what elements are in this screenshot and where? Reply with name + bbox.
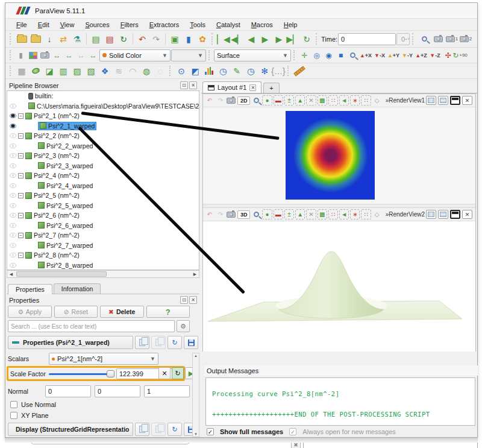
select-frustum-button[interactable]: ▲ [295,95,305,106]
visibility-eye-icon[interactable] [10,233,16,238]
visibility-eye-icon[interactable] [10,203,16,208]
select-frustum-button[interactable]: ▲ [295,209,305,219]
pipeline-item-psi5[interactable]: − Psi^2_5 (nm^-2) [7,191,199,201]
menu-file[interactable]: File [11,20,32,30]
select-cells-polygon-button[interactable]: ∷ [328,209,338,219]
camera-2-button[interactable]: 2 [459,33,472,46]
copy-display-button[interactable] [135,423,149,436]
collapse-expander-icon[interactable]: − [18,253,23,258]
pipeline-item-psi4[interactable]: − Psi^2_4 (nm^-2) [7,171,199,181]
dock-close-button[interactable]: ✕ [189,296,197,304]
dock-close-button[interactable]: ✕ [189,81,197,89]
screenshot-button[interactable] [39,49,51,61]
vcr-previous-frame-button[interactable]: ◀▏ [231,33,244,46]
clip-filter-button[interactable]: ◪ [43,65,56,78]
scroll-left-icon[interactable]: ◀ [7,272,15,277]
vcr-loop-button[interactable]: ↻ [300,33,313,46]
pipeline-item-psi8[interactable]: − Psi^2_8 (nm^-2) [7,250,199,260]
zoom-closest-to-data-button[interactable]: ■ [335,49,346,61]
visibility-eye-icon[interactable] [10,113,16,118]
camera-redo-button[interactable]: ↷ [216,95,225,106]
delete-button[interactable]: ✖ Delete [100,306,144,318]
time-input[interactable]: 0 [338,33,396,45]
view-plus-z-button[interactable]: ▲+Z [415,49,428,62]
auto-apply-button[interactable]: ▮ [182,33,195,46]
zoom-to-box-button[interactable] [251,209,261,219]
scroll-right-icon[interactable]: ▶ [191,272,199,277]
pipeline-item-file[interactable]: C:\Users\maria.figueira\Desktop\ParaView… [7,101,199,112]
plot-over-time-button[interactable]: ◷ [216,65,230,78]
visibility-eye-icon[interactable] [10,243,16,248]
maximize-view-button[interactable] [450,96,460,105]
select-points-polygon-button[interactable]: ◄ [339,95,349,106]
undo-button[interactable]: ↶ [136,33,149,46]
extract-block-button[interactable]: ◌ [154,65,167,78]
pipeline-item-psi3-warped[interactable]: Psi^2_3_warped [7,161,199,171]
reload-files-button[interactable]: ↻ [117,33,130,46]
slider-handle[interactable] [107,370,114,377]
hover-cells-button[interactable]: ◇ [372,95,382,106]
visibility-eye-icon[interactable] [10,213,16,218]
scale-factor-slider[interactable] [49,370,114,377]
component-combobox[interactable]: ▼ [171,49,206,62]
scroll-up-icon[interactable]: ▲ [193,354,199,358]
plot-over-line-button[interactable]: ✎ [230,65,243,78]
rotate-90-button[interactable]: ↻+90 [454,49,466,61]
layout-close-icon[interactable]: ✕ [249,84,256,91]
menu-tools[interactable]: Tools [185,20,210,30]
camera-undo-button[interactable]: ↶ [205,209,214,219]
select-points-on-button[interactable]: ● [262,95,272,106]
select-block-button[interactable]: ▩ [318,95,327,106]
apply-button[interactable]: ⚙ Apply [8,306,52,318]
select-cells-polygon-button[interactable]: ∷ [328,95,338,106]
camera-redo-button[interactable]: ↷ [216,209,225,219]
reset-defaults-button[interactable]: ↻ [167,336,182,349]
isometric-view-button[interactable]: ✣ [442,49,454,61]
hover-cells-button[interactable]: ◇ [372,209,382,219]
interactive-select-points-button[interactable]: ∷ [361,209,371,219]
collapse-expander-icon[interactable]: − [18,113,23,119]
split-vertical-button[interactable] [438,210,448,219]
view-minus-z-button[interactable]: ▼-Z [428,49,442,62]
search-options-button[interactable]: ⚙ [177,320,190,332]
pipeline-item-psi2-warped[interactable]: Psi^2_2_warped [7,141,199,151]
pipeline-horizontal-scrollbar[interactable]: ◀ ▶ [7,270,199,278]
visibility-eye-icon[interactable] [10,133,16,138]
frame-spinbox[interactable]: 0 [396,33,410,45]
view-minus-y-button[interactable]: ▼-Y [401,49,414,62]
extract-subset-button[interactable]: ▧ [84,65,98,78]
capture-screenshot-button[interactable] [227,209,236,219]
copy-properties-button[interactable] [135,336,149,349]
redo-button[interactable]: ↷ [149,33,163,46]
scalars-combobox[interactable]: Psi^2_1[nm^-2] ▼ [49,353,158,365]
renderview2-canvas[interactable] [203,221,475,352]
select-cells-on-button[interactable]: ▬ [274,209,283,219]
new-layout-tab-button[interactable]: + [263,83,279,93]
renderview1-canvas[interactable] [203,107,475,204]
menu-edit[interactable]: Edit [33,20,54,30]
pipeline-item-psi6[interactable]: − Psi^2_6 (nm^-2) [7,210,199,221]
reset-session-button[interactable]: ⇄ [57,33,70,46]
temporal-interpolator-button[interactable]: ✻ [258,65,271,78]
server-disconnect-button[interactable]: ▤ [103,33,116,46]
menu-view[interactable]: View [55,20,80,30]
python-calculator-button[interactable]: {…} [272,65,285,78]
zoom-to-box-button[interactable] [251,95,261,106]
pipeline-item-psi8-warped[interactable]: Psi^2_8_warped [7,260,199,271]
add-camera-button[interactable] [431,33,445,46]
open-file-button[interactable] [15,33,28,46]
show-full-messages-checkbox[interactable]: ✓ [207,428,214,435]
menu-catalyst[interactable]: Catalyst [211,20,245,30]
stream-tracer-button[interactable]: ≋ [112,65,125,78]
select-points-through-button[interactable]: ± [284,209,294,219]
vcr-last-frame-button[interactable]: ▶▏ [286,33,299,46]
close-view-button[interactable]: ✕ [462,96,472,105]
server-connect-button[interactable]: ▤ [89,33,102,46]
split-horizontal-button[interactable] [426,96,436,105]
vcr-first-frame-button[interactable]: ▏◀ [217,33,230,46]
menu-filters[interactable]: Filters [116,20,143,30]
visibility-eye-icon[interactable] [10,253,16,257]
paste-display-button[interactable] [151,423,166,436]
pipeline-item-psi5-warped[interactable]: Psi^2_5_warped [7,201,199,211]
select-frustum-points-button[interactable]: ✕ [306,209,316,219]
